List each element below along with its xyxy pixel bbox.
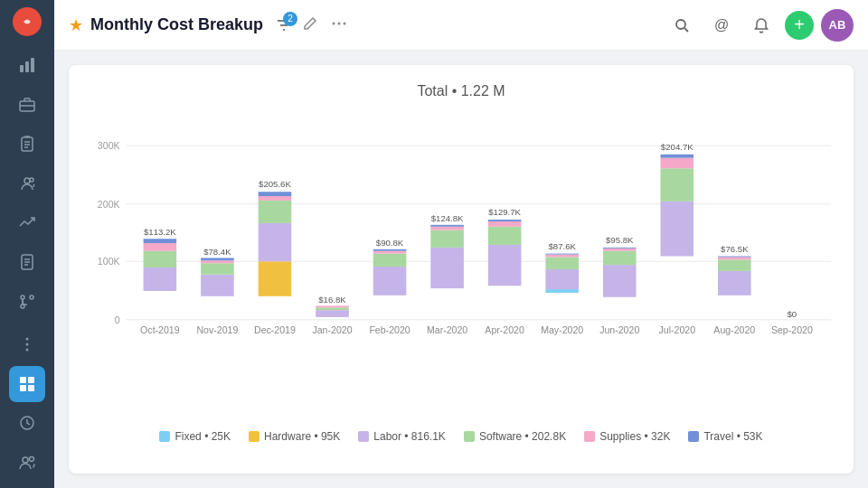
svg-point-32 <box>344 22 346 24</box>
bar-may-software <box>545 257 579 268</box>
filter-button[interactable]: 2 <box>276 17 292 33</box>
bar-nov-supplies <box>201 260 234 263</box>
svg-text:$95.8K: $95.8K <box>606 235 634 245</box>
sidebar-more-dots[interactable] <box>9 326 45 362</box>
bar-apr-supplies <box>488 221 522 227</box>
bar-jul-software <box>660 168 693 202</box>
sidebar-item-users[interactable] <box>9 445 45 481</box>
bar-jul-travel <box>660 155 693 158</box>
sidebar-item-chart[interactable] <box>9 204 45 240</box>
legend-labor-dot <box>358 431 369 442</box>
sidebar-item-briefcase[interactable] <box>9 86 45 122</box>
svg-text:$90.8K: $90.8K <box>376 238 404 248</box>
svg-point-17 <box>30 296 33 299</box>
avatar[interactable]: AB <box>821 9 854 42</box>
bar-jul-supplies <box>660 158 693 169</box>
chart-card: Total • 1.22 M 300K 200K 100K <box>69 65 854 474</box>
bar-mar-supplies <box>430 227 464 230</box>
bar-dec-labor <box>259 223 292 261</box>
app-logo[interactable] <box>13 7 42 36</box>
svg-rect-2 <box>25 61 29 72</box>
svg-point-18 <box>21 305 24 308</box>
bar-apr-software <box>488 227 522 245</box>
bar-jul-labor <box>660 202 693 257</box>
bar-oct-software <box>144 251 177 267</box>
bar-chart-svg: 300K 200K 100K 0 $113.2K Oct-2019 <box>87 114 835 421</box>
svg-rect-24 <box>28 377 34 383</box>
sidebar-item-document[interactable] <box>9 244 45 280</box>
bar-mar-travel <box>430 225 464 227</box>
svg-text:$204.7K: $204.7K <box>661 142 693 152</box>
bar-jan-supplies <box>316 305 349 307</box>
bar-dec-travel <box>259 192 292 196</box>
svg-text:$78.4K: $78.4K <box>203 247 231 257</box>
legend-hardware-label: Hardware • 95K <box>264 430 340 443</box>
bar-nov-labor <box>201 275 234 296</box>
favorite-star-icon[interactable]: ★ <box>69 15 83 35</box>
svg-point-31 <box>338 22 341 24</box>
svg-text:Dec-2019: Dec-2019 <box>254 324 296 335</box>
sidebar-item-dashboard[interactable] <box>9 366 45 402</box>
bar-jan-software <box>316 307 349 310</box>
edit-icon[interactable] <box>299 13 321 38</box>
legend-hardware-dot <box>249 431 259 442</box>
svg-text:Sep-2020: Sep-2020 <box>771 324 813 335</box>
svg-text:Jun-2020: Jun-2020 <box>599 324 639 335</box>
search-button[interactable] <box>665 9 698 42</box>
svg-text:Oct-2019: Oct-2019 <box>140 324 180 335</box>
legend-supplies: Supplies • 32K <box>584 430 670 443</box>
svg-point-21 <box>26 343 29 346</box>
bar-aug-supplies <box>718 257 751 259</box>
svg-text:$129.7K: $129.7K <box>488 207 521 217</box>
bar-oct-supplies <box>144 243 177 251</box>
legend-travel-dot <box>688 431 699 442</box>
svg-text:Feb-2020: Feb-2020 <box>369 324 410 335</box>
sidebar-item-clipboard[interactable] <box>9 126 45 162</box>
bar-jan-labor <box>316 310 349 317</box>
bar-jun-software <box>603 251 637 265</box>
bar-jun-labor <box>603 265 637 297</box>
bar-may-travel <box>545 254 579 255</box>
svg-text:Jan-2020: Jan-2020 <box>312 324 352 335</box>
svg-point-22 <box>26 349 29 352</box>
legend-supplies-label: Supplies • 32K <box>599 430 670 443</box>
legend-labor: Labor • 816.1K <box>358 430 446 443</box>
bar-nov-travel <box>201 258 234 260</box>
bar-aug-labor <box>718 271 751 296</box>
bar-feb-labor <box>373 267 407 296</box>
bar-apr-labor <box>488 245 522 286</box>
sidebar-item-branch[interactable] <box>9 284 45 320</box>
svg-rect-26 <box>28 385 34 391</box>
notifications-button[interactable] <box>745 9 778 42</box>
legend-software-dot <box>464 431 475 442</box>
svg-text:100K: 100K <box>98 256 120 267</box>
chart-legend: Fixed • 25K Hardware • 95K Labor • 816.1… <box>87 430 835 443</box>
bar-may-labor <box>545 269 579 289</box>
bar-feb-travel <box>373 249 407 251</box>
svg-text:Nov-2019: Nov-2019 <box>196 324 238 335</box>
svg-text:$124.8K: $124.8K <box>431 213 464 223</box>
more-options-icon[interactable] <box>328 13 350 38</box>
svg-rect-25 <box>20 385 26 391</box>
legend-software-label: Software • 202.8K <box>479 430 566 443</box>
mention-button[interactable]: @ <box>705 9 738 42</box>
svg-text:May-2020: May-2020 <box>541 324 583 335</box>
bar-mar-software <box>430 230 464 248</box>
bar-dec-hardware <box>259 261 292 296</box>
svg-text:$76.5K: $76.5K <box>721 244 749 254</box>
svg-text:$0: $0 <box>788 309 797 319</box>
sidebar-item-contacts[interactable] <box>9 165 45 202</box>
legend-labor-label: Labor • 816.1K <box>373 430 446 443</box>
sidebar-item-analytics[interactable] <box>9 47 45 83</box>
svg-point-30 <box>333 22 335 24</box>
bar-jun-travel <box>603 248 637 249</box>
svg-text:Apr-2020: Apr-2020 <box>485 324 524 335</box>
legend-travel-label: Travel • 53K <box>703 430 762 443</box>
header: ★ Monthly Cost Breakup 2 @ + AB <box>54 0 868 51</box>
page-title: Monthly Cost Breakup <box>90 15 263 34</box>
bar-may-fixed <box>545 289 579 293</box>
svg-text:$87.6K: $87.6K <box>548 241 576 251</box>
sidebar-item-clock[interactable] <box>9 406 45 442</box>
sidebar <box>0 0 54 488</box>
add-button[interactable]: + <box>785 11 814 40</box>
